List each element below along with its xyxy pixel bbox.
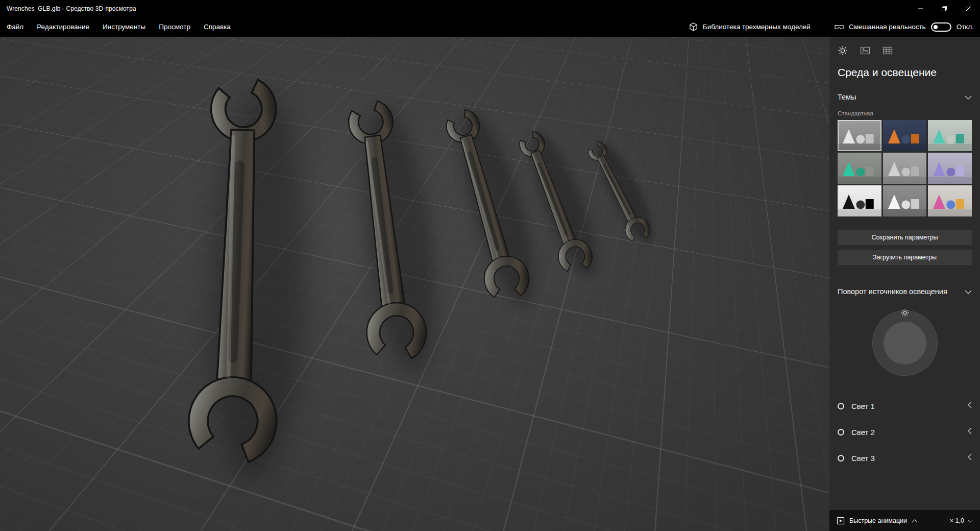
chevron-left-icon[interactable] [968,453,972,463]
theme-preview [883,185,927,216]
light-row-3[interactable]: Свет 3 [838,445,972,471]
theme-tile-7[interactable] [838,185,881,216]
tab-environment[interactable] [860,45,870,56]
chevron-left-icon[interactable] [968,427,972,437]
theme-tile-9[interactable] [928,185,972,216]
mixed-reality-group: Смешанная реальность Откл. [834,22,974,32]
chevron-up-icon[interactable] [912,517,918,524]
wrench-2 [334,94,448,377]
theme-preview [928,185,972,216]
playback-speed-value: × 1,0 [950,517,964,524]
restore-icon [942,6,947,11]
themes-label: Темы [838,92,856,102]
quick-animations-button[interactable]: Быстрые анимации [837,517,918,525]
theme-tile-5[interactable] [883,153,927,184]
cube-icon [689,22,698,32]
menu-bar: Файл Редактирование Инструменты Просмотр… [0,17,980,37]
restore-button[interactable] [932,0,956,17]
mixed-reality-label: Смешанная реальность [849,23,926,31]
menu-tools[interactable]: Инструменты [96,17,152,37]
light-rotation-header[interactable]: Поворот источников освещения [838,286,972,297]
theme-preview [883,120,927,151]
theme-grid [838,120,972,216]
light-rotation-dial[interactable] [872,310,938,376]
model-library-label: Библиотека трехмерных моделей [703,23,811,31]
close-button[interactable] [956,0,980,17]
main-menu: Файл Редактирование Инструменты Просмотр… [0,17,237,37]
mixed-reality-state: Откл. [957,23,974,31]
theme-preview [838,153,881,184]
minimize-icon [918,6,923,11]
close-icon [966,6,971,11]
theme-tile-8[interactable] [883,185,927,216]
playback-speed[interactable]: × 1,0 [950,517,973,524]
dial-knob[interactable] [884,322,926,365]
sun-icon [838,45,848,56]
light-row-2[interactable]: Свет 2 [838,419,972,445]
chevron-down-icon[interactable] [968,517,973,524]
menu-help[interactable]: Справка [197,17,237,37]
mixed-reality-toggle[interactable] [931,22,951,32]
chevron-down-icon[interactable] [965,287,972,296]
model-library-button[interactable]: Библиотека трехмерных моделей [689,22,811,32]
theme-tile-2[interactable] [883,120,927,151]
panel-tabs [838,44,972,57]
light-2-indicator[interactable] [838,429,844,436]
theme-preview [928,153,972,184]
light-row-1[interactable]: Свет 1 [838,393,972,419]
quick-animations-label: Быстрые анимации [849,517,907,524]
lights-list: Свет 1 Свет 2 Свет 3 [838,393,972,471]
wrench-5 [580,134,663,251]
light-3-indicator[interactable] [838,455,844,462]
environment-panel: Среда и освещение Темы Стандартная Сохра… [829,37,980,510]
menubar-right: Библиотека трехмерных моделей Смешанная … [689,22,980,32]
toggle-knob [934,25,938,29]
grid-icon [883,45,893,56]
theme-preview [883,153,927,184]
wrench-1 [180,75,313,482]
sun-icon[interactable] [900,308,909,319]
save-settings-button[interactable]: Сохранить параметры [838,230,972,245]
picture-icon [860,45,870,56]
wrenches-model [0,37,829,531]
viewport-3d[interactable] [0,37,829,531]
theme-tile-6[interactable] [928,153,972,184]
menu-file[interactable]: Файл [0,17,30,37]
theme-preview [838,185,881,216]
chevron-left-icon[interactable] [968,401,972,411]
menu-edit[interactable]: Редактирование [30,17,96,37]
menu-view[interactable]: Просмотр [152,17,197,37]
theme-preview [838,120,881,151]
minimize-button[interactable] [908,0,932,17]
window-controls [908,0,980,17]
theme-tile-3[interactable] [928,120,972,151]
bottom-bar: Быстрые анимации × 1,0 [829,510,980,531]
themes-group-label: Стандартная [838,110,972,116]
window-title: Wrenches_GLB.glb - Средство 3D-просмотра [0,5,136,12]
mixed-reality-icon [834,23,844,31]
theme-preview [928,120,972,151]
title-bar: Wrenches_GLB.glb - Средство 3D-просмотра [0,0,980,17]
tab-lighting[interactable] [838,45,848,56]
light-1-indicator[interactable] [838,403,844,409]
chevron-down-icon[interactable] [965,93,972,101]
theme-tile-4[interactable] [838,153,881,184]
panel-title: Среда и освещение [838,66,972,79]
themes-section-header[interactable]: Темы [838,92,972,102]
theme-tile-1[interactable] [838,120,881,151]
light-rotation-label: Поворот источников освещения [838,286,947,297]
load-settings-button[interactable]: Загрузить параметры [838,250,972,265]
wrench-3 [433,101,548,315]
quick-animations-icon [837,517,845,525]
tab-grid[interactable] [883,45,893,56]
light-3-label: Свет 3 [851,454,968,463]
light-2-label: Свет 2 [851,428,968,437]
light-1-label: Свет 1 [851,402,968,411]
